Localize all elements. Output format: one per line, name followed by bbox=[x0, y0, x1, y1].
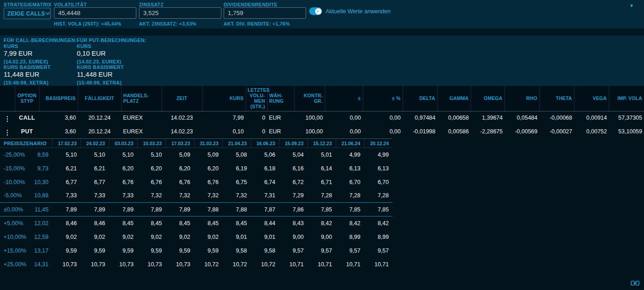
scenario-value-cell: 9,02 bbox=[137, 230, 166, 244]
interest-input[interactable] bbox=[139, 7, 221, 19]
options-cell: 14.02.23 bbox=[161, 125, 202, 138]
volatility-input[interactable] bbox=[54, 7, 136, 19]
scenario-base-price-cell: 8,59 bbox=[27, 148, 52, 162]
scenario-date-header: 20.12.24 bbox=[364, 139, 392, 148]
scenario-date-header: 03.03.23 bbox=[109, 139, 137, 148]
options-header-6: KURS bbox=[202, 86, 246, 111]
options-cell: 0,05484 bbox=[504, 111, 539, 125]
dividend-label: DIVIDENDENRENDITE bbox=[224, 2, 278, 7]
options-cell: -0,00569 bbox=[504, 125, 539, 138]
options-cell: -2,28675 bbox=[471, 125, 504, 138]
scenario-value-cell: 9,02 bbox=[194, 230, 222, 244]
scenario-value-cell: 10,71 bbox=[307, 258, 336, 271]
scenario-value-cell: 6,13 bbox=[364, 162, 392, 175]
scenario-value-cell: 8,44 bbox=[251, 216, 279, 230]
scenario-value-cell: 9,02 bbox=[109, 230, 137, 244]
options-cell: 0,00752 bbox=[574, 125, 609, 138]
scenario-value-cell: 10,73 bbox=[109, 258, 137, 271]
scenario-value-cell: 6,76 bbox=[194, 175, 222, 189]
options-cell: 0,00586 bbox=[437, 125, 471, 138]
kebab-menu-icon[interactable] bbox=[4, 114, 11, 124]
put-kurs-meta: (14.02.23, EUREX) bbox=[77, 59, 122, 64]
scenario-value-cell: 7,28 bbox=[364, 189, 392, 203]
scenario-value-cell: 7,89 bbox=[52, 203, 80, 216]
options-cell: 3,60 bbox=[39, 125, 78, 138]
price-scenario-table: PREISSZENARIO17.02.2324.02.2303.03.2310.… bbox=[0, 138, 392, 271]
options-cell: 0,00 bbox=[325, 125, 363, 138]
scenario-table-label: PREISSZENARIO bbox=[0, 139, 27, 148]
scenario-value-cell: 10,72 bbox=[222, 258, 251, 271]
scenario-value-cell: 10,73 bbox=[52, 258, 80, 271]
options-cell: 7,99 bbox=[202, 111, 246, 125]
scenario-value-cell: 6,70 bbox=[336, 175, 364, 189]
options-header-15: RHO bbox=[504, 86, 539, 111]
scenario-base-price-cell: 9,73 bbox=[27, 162, 52, 175]
scenario-value-cell: 6,76 bbox=[109, 175, 137, 189]
put-info-title: FÜR PUT-BERECHNUNGEN: bbox=[77, 37, 146, 43]
scenario-value-cell: 5,08 bbox=[222, 148, 251, 162]
scenario-value-cell: 10,73 bbox=[166, 258, 194, 271]
link-icon[interactable] bbox=[631, 280, 639, 286]
call-kurs-label: KURS bbox=[4, 43, 18, 49]
scenario-value-cell: 9,59 bbox=[166, 244, 194, 258]
options-cell: 0,00914 bbox=[574, 111, 609, 125]
scenario-value-cell: 8,45 bbox=[109, 216, 137, 230]
scenario-value-cell: 8,42 bbox=[336, 216, 364, 230]
scenario-value-cell: 10,71 bbox=[336, 258, 364, 271]
options-cell: 0,00 bbox=[363, 111, 402, 125]
scenario-value-cell: 9,57 bbox=[336, 244, 364, 258]
scenario-row: +15,00%13,179,599,599,599,599,599,599,58… bbox=[0, 244, 392, 258]
options-cell: EUREX bbox=[121, 111, 161, 125]
scenario-row: -10,00%10,306,776,776,766,766,766,766,75… bbox=[0, 175, 392, 189]
scenario-value-cell: 9,00 bbox=[307, 230, 336, 244]
scenario-value-cell: 4,99 bbox=[364, 148, 392, 162]
options-cell: 0,00 bbox=[325, 111, 363, 125]
options-header-13: GAMMA bbox=[437, 86, 471, 111]
strategy-dropdown-value: ZEIGE CALLS bbox=[7, 11, 45, 17]
scenario-base-price-cell: 12,59 bbox=[27, 230, 52, 244]
call-kurs-value: 7,99 EUR bbox=[4, 50, 32, 57]
scenario-value-cell: 6,71 bbox=[307, 175, 336, 189]
scenario-base-price-cell: 10,30 bbox=[27, 175, 52, 189]
scenario-value-cell: 8,45 bbox=[137, 216, 166, 230]
options-cell: PUT bbox=[15, 125, 39, 138]
scenario-value-cell: 8,46 bbox=[80, 216, 109, 230]
strategy-dropdown[interactable]: ZEIGE CALLS bbox=[4, 8, 51, 19]
options-cell: 3,60 bbox=[39, 111, 78, 125]
scenario-value-cell: 6,76 bbox=[137, 175, 166, 189]
apply-current-values-toggle[interactable]: ✓ bbox=[309, 7, 322, 15]
scenario-value-cell: 8,45 bbox=[194, 216, 222, 230]
scenario-date-header: 24.02.23 bbox=[80, 139, 109, 148]
options-header-3: FÄLLIGKEIT bbox=[78, 86, 121, 111]
interest-hint: AKT. ZINSSATZ: +3,53% bbox=[139, 21, 196, 26]
scenario-value-cell: 6,20 bbox=[109, 162, 137, 175]
scenario-value-cell: 7,33 bbox=[109, 189, 137, 203]
scenario-base-price-cell: 13,17 bbox=[27, 244, 52, 258]
dividend-input[interactable] bbox=[224, 7, 306, 19]
options-header-11: ± % bbox=[363, 86, 402, 111]
scenario-value-cell: 7,28 bbox=[307, 189, 336, 203]
scenario-value-cell: 6,19 bbox=[222, 162, 251, 175]
put-kurs-label: KURS bbox=[77, 43, 91, 49]
options-row[interactable]: PUT3,6020.12.24EUREX14.02.230,100EUR100,… bbox=[0, 125, 644, 138]
options-header-7: LETZTES VOLU-MEN (STK.) bbox=[246, 86, 267, 111]
options-table: OPTIONSTYPBASISPREISFÄLLIGKEITHANDELS-PL… bbox=[0, 86, 644, 138]
scenario-value-cell: 9,57 bbox=[307, 244, 336, 258]
options-header-12: DELTA bbox=[402, 86, 437, 111]
collapse-panel-icon[interactable]: ▼ bbox=[629, 3, 634, 8]
scenario-value-cell: 5,04 bbox=[279, 148, 307, 162]
scenario-row: -15,00%9,736,216,216,206,206,206,206,196… bbox=[0, 162, 392, 175]
scenario-value-cell: 7,89 bbox=[109, 203, 137, 216]
scenario-value-cell: 7,29 bbox=[279, 189, 307, 203]
scenario-date-header: 10.03.23 bbox=[137, 139, 166, 148]
options-cell: CALL bbox=[15, 111, 39, 125]
scenario-value-cell: 10,72 bbox=[251, 258, 279, 271]
kebab-menu-icon[interactable] bbox=[4, 128, 11, 137]
scenario-value-cell: 7,32 bbox=[137, 189, 166, 203]
price-info-section: FÜR CALL-BERECHNUNGEN: KURS 7,99 EUR (14… bbox=[0, 36, 644, 86]
scenario-value-cell: 5,09 bbox=[166, 148, 194, 162]
options-cell: 0 bbox=[246, 111, 267, 125]
options-row[interactable]: CALL3,6020.12.24EUREX14.02.237,990EUR100… bbox=[0, 111, 644, 125]
chevron-down-icon bbox=[45, 12, 50, 15]
scenario-table-body: -25,00%8,595,105,105,105,105,095,095,085… bbox=[0, 148, 392, 271]
